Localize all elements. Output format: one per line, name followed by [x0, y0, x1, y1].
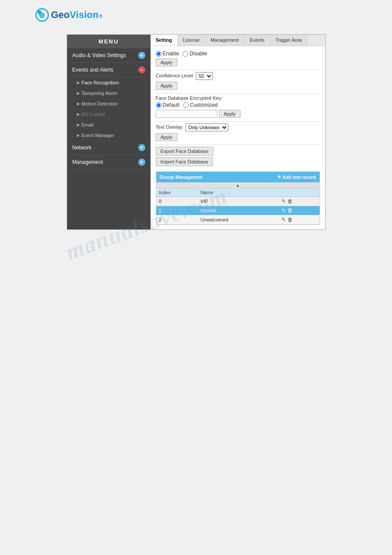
default-radio-label[interactable]: Default: [156, 102, 180, 108]
logo-container: GeoVision®: [35, 8, 392, 22]
tab-events[interactable]: Events: [245, 35, 270, 46]
group-management-title: Group Managment: [160, 174, 202, 180]
text-overlay-row: Text Overlay Only Unknown All None Apply: [156, 123, 320, 141]
edit-icon-normal[interactable]: ✎: [281, 207, 286, 214]
plus-icon-management: +: [138, 159, 145, 166]
add-new-plus-icon: ✦: [277, 174, 281, 180]
disable-label-text: Disable: [190, 51, 207, 57]
tab-management[interactable]: Management: [205, 35, 245, 46]
apply-encrypted-key-button[interactable]: Apply: [219, 110, 241, 118]
enable-radio-label[interactable]: Enable: [156, 51, 179, 57]
geovision-logo-icon: [35, 8, 49, 22]
group-management-section: Group Managment ✦ Add new record ▲: [156, 171, 320, 225]
sidebar-label-management: Management: [72, 159, 103, 165]
sidebar-label-face-recognition: Face Recognition: [82, 80, 119, 85]
group-table: Index Name 0 VIP ✎: [156, 189, 320, 225]
row-unwelcome-index: 2: [156, 215, 198, 225]
row-vip-name: VIP: [198, 197, 278, 206]
edit-icon-unwelcome[interactable]: ✎: [281, 217, 286, 223]
add-new-record-button[interactable]: ✦ Add new record: [277, 174, 316, 180]
customized-radio[interactable]: [183, 102, 189, 108]
arrow-icon-motion: ▶: [77, 102, 80, 106]
confidence-level-control: Confidence Level 55 60 65 70 75 80: [156, 72, 320, 80]
add-new-label: Add new record: [283, 175, 316, 180]
enable-radio[interactable]: [156, 51, 162, 57]
sidebar: MENU Audio & Video Settings + Events and…: [67, 35, 151, 229]
confidence-level-select[interactable]: 55 60 65 70 75 80: [196, 72, 213, 80]
main-content: Setting License Management Events Trigge…: [151, 35, 325, 229]
sidebar-item-motion-detection[interactable]: ▶ Motion Detection: [67, 98, 151, 109]
table-row: 1 Normal ✎ 🗑: [156, 206, 320, 215]
sidebar-item-audio-video[interactable]: Audio & Video Settings +: [67, 48, 151, 63]
apply-enable-button[interactable]: Apply: [156, 58, 178, 66]
encrypted-key-input[interactable]: [156, 110, 217, 118]
app-frame: MENU Audio & Video Settings + Events and…: [67, 34, 326, 230]
export-face-db-button[interactable]: Export Face Database: [156, 147, 213, 156]
row-normal-name: Normal: [198, 206, 278, 215]
main-wrapper: MENU Audio & Video Settings + Events and…: [0, 30, 392, 230]
col-header-name: Name: [198, 189, 278, 197]
encrypted-radio-group: Default Customized: [156, 102, 320, 108]
divider-4: [156, 145, 320, 145]
encrypted-key-label: Face Database Encrypted Key:: [156, 95, 320, 101]
row-normal-index: 1: [156, 206, 198, 215]
plus-icon-audio-video: +: [138, 52, 145, 59]
sidebar-item-tampering-alarm[interactable]: ▶ Tampering Alarm: [67, 88, 151, 98]
sidebar-item-face-recognition[interactable]: ▶ Face Recognition: [67, 77, 151, 88]
delete-icon-vip[interactable]: 🗑: [288, 198, 293, 204]
sidebar-item-io-control: ▶ I/O Control: [67, 109, 151, 120]
enable-label-text: Enable: [163, 51, 179, 57]
apply-text-overlay-button[interactable]: Apply: [156, 133, 178, 141]
encrypted-key-section: Face Database Encrypted Key: Default Cus…: [156, 95, 320, 118]
customized-label-text: Customized: [190, 102, 218, 108]
disable-radio[interactable]: [183, 51, 188, 57]
minus-icon-events-alerts: −: [138, 66, 145, 73]
export-import-section: Export Face Database Import Face Databas…: [156, 147, 320, 168]
sidebar-item-events-alerts[interactable]: Events and Alerts −: [67, 63, 151, 77]
confidence-level-row: Confidence Level 55 60 65 70 75 80 Apply: [156, 72, 320, 90]
enable-disable-row: Enable Disable Apply: [156, 51, 320, 66]
edit-icon-vip[interactable]: ✎: [281, 198, 286, 204]
tab-license[interactable]: License: [178, 35, 205, 46]
default-radio[interactable]: [156, 102, 162, 108]
table-row: 2 Unwelcomed ✎ 🗑: [156, 215, 320, 225]
scroll-up-icon[interactable]: ▲: [236, 183, 240, 188]
arrow-icon-tampering: ▶: [77, 91, 80, 95]
text-overlay-control: Text Overlay Only Unknown All None: [156, 123, 320, 131]
group-management-header: Group Managment ✦ Add new record: [156, 172, 320, 182]
sidebar-label-audio-video: Audio & Video Settings: [72, 52, 126, 58]
delete-icon-normal[interactable]: 🗑: [288, 207, 293, 214]
tab-trigger-area[interactable]: Trigger Area: [270, 35, 308, 46]
import-face-db-button[interactable]: Import Face Database: [156, 157, 213, 166]
sidebar-item-event-manager[interactable]: ▶ Event Manager: [67, 130, 151, 141]
row-vip-index: 0: [156, 197, 198, 206]
customized-radio-label[interactable]: Customized: [183, 102, 218, 108]
arrow-icon-face-recognition: ▶: [77, 80, 80, 85]
apply-confidence-button[interactable]: Apply: [156, 82, 178, 90]
divider-2: [156, 93, 320, 94]
row-vip-actions: ✎ 🗑: [279, 197, 320, 206]
sidebar-label-events-alerts: Events and Alerts: [72, 67, 113, 73]
default-label-text: Default: [163, 102, 180, 108]
logo-area: GeoVision®: [0, 0, 392, 30]
sidebar-label-email: Email: [82, 122, 94, 127]
logo-vision: Vision: [70, 9, 99, 21]
text-overlay-select[interactable]: Only Unknown All None: [185, 123, 228, 131]
disable-radio-label[interactable]: Disable: [183, 51, 207, 57]
sidebar-label-motion-detection: Motion Detection: [82, 101, 118, 106]
sidebar-item-management[interactable]: Management +: [67, 155, 151, 170]
settings-panel: Enable Disable Apply Confidence Level: [151, 46, 325, 229]
col-header-actions: [279, 189, 320, 197]
delete-icon-unwelcome[interactable]: 🗑: [288, 217, 293, 223]
text-overlay-label: Text Overlay: [156, 124, 183, 130]
sidebar-label-tampering-alarm: Tampering Alarm: [82, 91, 118, 96]
arrow-icon-io: ▶: [77, 112, 80, 116]
sidebar-item-email[interactable]: ▶ Email: [67, 120, 151, 130]
confidence-level-label: Confidence Level: [156, 73, 193, 78]
sidebar-item-network[interactable]: Network +: [67, 141, 151, 155]
logo-text: GeoVision®: [51, 9, 103, 21]
row-unwelcome-actions: ✎ 🗑: [279, 215, 320, 225]
sidebar-menu-header: MENU: [67, 35, 151, 48]
tab-setting[interactable]: Setting: [151, 35, 178, 46]
divider-1: [156, 70, 320, 70]
